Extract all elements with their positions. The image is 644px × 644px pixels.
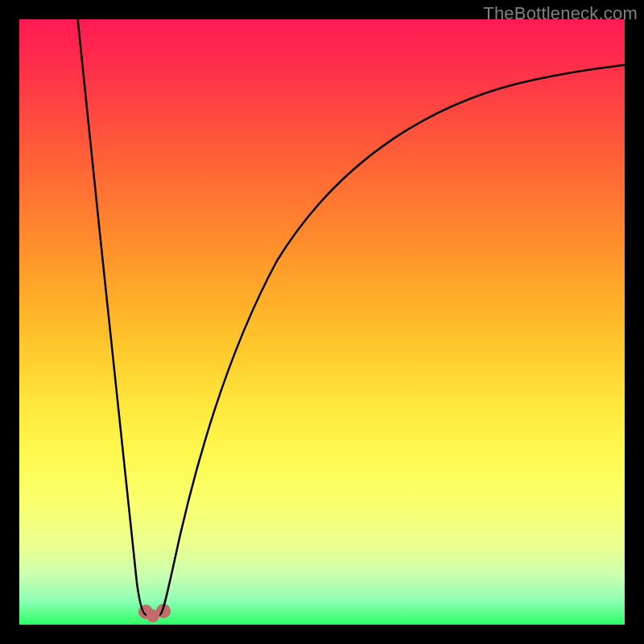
- curve-left-branch: [76, 19, 147, 615]
- bottleneck-curve: [19, 19, 625, 625]
- curve-right-branch: [159, 64, 625, 615]
- plot-frame: [19, 19, 625, 625]
- watermark-text: TheBottleneck.com: [483, 3, 638, 24]
